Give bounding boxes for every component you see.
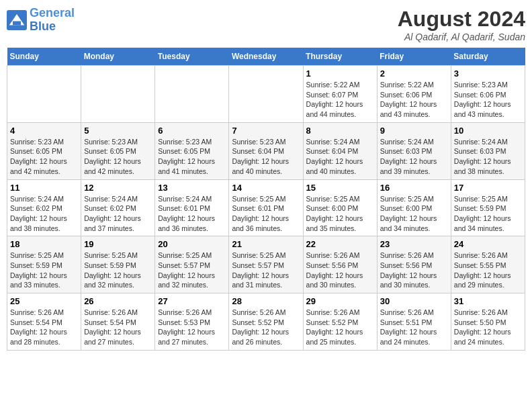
day-info: Sunrise: 5:26 AM Sunset: 5:54 PM Dayligh… [10,308,78,347]
day-info: Sunrise: 5:23 AM Sunset: 6:05 PM Dayligh… [10,137,78,177]
day-info: Sunrise: 5:25 AM Sunset: 6:00 PM Dayligh… [380,194,448,234]
calendar-cell: 2Sunrise: 5:22 AM Sunset: 6:06 PM Daylig… [377,66,451,123]
day-number: 8 [306,126,374,136]
calendar-cell: 8Sunrise: 5:24 AM Sunset: 6:04 PM Daylig… [303,122,377,179]
calendar-cell: 17Sunrise: 5:25 AM Sunset: 5:59 PM Dayli… [451,179,525,236]
calendar-cell: 3Sunrise: 5:23 AM Sunset: 6:06 PM Daylig… [451,66,525,123]
calendar-week-5: 25Sunrise: 5:26 AM Sunset: 5:54 PM Dayli… [7,293,525,351]
calendar-cell: 14Sunrise: 5:25 AM Sunset: 6:01 PM Dayli… [229,179,303,236]
calendar-cell: 30Sunrise: 5:26 AM Sunset: 5:51 PM Dayli… [377,293,451,351]
day-number: 21 [232,239,300,249]
calendar-cell: 22Sunrise: 5:26 AM Sunset: 5:56 PM Dayli… [303,236,377,293]
day-info: Sunrise: 5:24 AM Sunset: 6:04 PM Dayligh… [306,137,374,177]
calendar-cell [155,66,229,123]
calendar-cell: 6Sunrise: 5:23 AM Sunset: 6:05 PM Daylig… [155,122,229,179]
day-number: 4 [10,126,78,136]
calendar-cell: 18Sunrise: 5:25 AM Sunset: 5:59 PM Dayli… [7,236,81,293]
day-info: Sunrise: 5:25 AM Sunset: 5:59 PM Dayligh… [10,250,78,290]
day-info: Sunrise: 5:24 AM Sunset: 6:01 PM Dayligh… [158,194,226,234]
day-number: 19 [84,239,152,249]
svg-rect-2 [13,21,21,25]
day-info: Sunrise: 5:23 AM Sunset: 6:06 PM Dayligh… [454,80,522,120]
calendar-cell [229,66,303,123]
day-info: Sunrise: 5:23 AM Sunset: 6:05 PM Dayligh… [158,137,226,177]
day-number: 12 [84,183,152,193]
calendar-cell: 16Sunrise: 5:25 AM Sunset: 6:00 PM Dayli… [377,179,451,236]
day-info: Sunrise: 5:25 AM Sunset: 6:00 PM Dayligh… [306,194,374,234]
day-number: 20 [158,239,226,249]
calendar-cell: 9Sunrise: 5:24 AM Sunset: 6:03 PM Daylig… [377,122,451,179]
calendar-cell: 15Sunrise: 5:25 AM Sunset: 6:00 PM Dayli… [303,179,377,236]
col-header-friday: Friday [377,48,451,66]
day-info: Sunrise: 5:24 AM Sunset: 6:03 PM Dayligh… [380,137,448,177]
day-number: 30 [380,296,448,306]
day-number: 22 [306,239,374,249]
day-number: 11 [10,183,78,193]
day-info: Sunrise: 5:26 AM Sunset: 5:51 PM Dayligh… [380,308,448,347]
day-number: 16 [380,183,448,193]
calendar-cell: 13Sunrise: 5:24 AM Sunset: 6:01 PM Dayli… [155,179,229,236]
day-number: 25 [10,296,78,306]
day-number: 10 [454,126,522,136]
calendar-week-2: 4Sunrise: 5:23 AM Sunset: 6:05 PM Daylig… [7,122,525,179]
col-header-monday: Monday [81,48,155,66]
day-info: Sunrise: 5:26 AM Sunset: 5:56 PM Dayligh… [306,250,374,290]
calendar-cell: 4Sunrise: 5:23 AM Sunset: 6:05 PM Daylig… [7,122,81,179]
day-info: Sunrise: 5:26 AM Sunset: 5:54 PM Dayligh… [84,308,152,347]
day-number: 1 [306,68,374,79]
calendar-cell: 1Sunrise: 5:22 AM Sunset: 6:07 PM Daylig… [303,66,377,123]
calendar-week-3: 11Sunrise: 5:24 AM Sunset: 6:02 PM Dayli… [7,179,525,236]
day-number: 14 [232,183,300,193]
logo: General Blue [7,7,75,34]
day-info: Sunrise: 5:26 AM Sunset: 5:55 PM Dayligh… [454,250,522,290]
day-info: Sunrise: 5:25 AM Sunset: 5:59 PM Dayligh… [454,194,522,234]
day-number: 2 [380,68,448,79]
calendar-week-1: 1Sunrise: 5:22 AM Sunset: 6:07 PM Daylig… [7,66,525,123]
calendar-cell: 24Sunrise: 5:26 AM Sunset: 5:55 PM Dayli… [451,236,525,293]
day-number: 23 [380,239,448,249]
day-info: Sunrise: 5:22 AM Sunset: 6:07 PM Dayligh… [306,80,374,120]
day-number: 7 [232,126,300,136]
col-header-saturday: Saturday [451,48,525,66]
day-number: 17 [454,183,522,193]
day-info: Sunrise: 5:25 AM Sunset: 5:57 PM Dayligh… [158,250,226,290]
calendar-cell: 28Sunrise: 5:26 AM Sunset: 5:52 PM Dayli… [229,293,303,351]
calendar-cell: 31Sunrise: 5:26 AM Sunset: 5:50 PM Dayli… [451,293,525,351]
col-header-thursday: Thursday [303,48,377,66]
day-info: Sunrise: 5:23 AM Sunset: 6:05 PM Dayligh… [84,137,152,177]
day-info: Sunrise: 5:26 AM Sunset: 5:52 PM Dayligh… [306,308,374,347]
calendar-table: SundayMondayTuesdayWednesdayThursdayFrid… [7,48,525,351]
day-number: 29 [306,296,374,306]
day-number: 15 [306,183,374,193]
calendar-cell: 10Sunrise: 5:24 AM Sunset: 6:03 PM Dayli… [451,122,525,179]
col-header-sunday: Sunday [7,48,81,66]
header-row: SundayMondayTuesdayWednesdayThursdayFrid… [7,48,525,66]
day-info: Sunrise: 5:25 AM Sunset: 5:57 PM Dayligh… [232,250,300,290]
calendar-cell: 23Sunrise: 5:26 AM Sunset: 5:56 PM Dayli… [377,236,451,293]
day-info: Sunrise: 5:26 AM Sunset: 5:50 PM Dayligh… [454,308,522,347]
page-header: General Blue August 2024 Al Qadarif, Al … [7,7,525,42]
day-info: Sunrise: 5:26 AM Sunset: 5:53 PM Dayligh… [158,308,226,347]
logo-icon [7,10,27,30]
calendar-cell: 12Sunrise: 5:24 AM Sunset: 6:02 PM Dayli… [81,179,155,236]
col-header-tuesday: Tuesday [155,48,229,66]
day-number: 28 [232,296,300,306]
calendar-cell: 27Sunrise: 5:26 AM Sunset: 5:53 PM Dayli… [155,293,229,351]
day-info: Sunrise: 5:26 AM Sunset: 5:56 PM Dayligh… [380,250,448,290]
day-info: Sunrise: 5:24 AM Sunset: 6:03 PM Dayligh… [454,137,522,177]
day-info: Sunrise: 5:24 AM Sunset: 6:02 PM Dayligh… [10,194,78,234]
calendar-week-4: 18Sunrise: 5:25 AM Sunset: 5:59 PM Dayli… [7,236,525,293]
day-number: 13 [158,183,226,193]
location: Al Qadarif, Al Qadarif, Sudan [398,32,525,42]
calendar-cell: 21Sunrise: 5:25 AM Sunset: 5:57 PM Dayli… [229,236,303,293]
day-number: 24 [454,239,522,249]
day-info: Sunrise: 5:25 AM Sunset: 6:01 PM Dayligh… [232,194,300,234]
day-number: 18 [10,239,78,249]
day-info: Sunrise: 5:24 AM Sunset: 6:02 PM Dayligh… [84,194,152,234]
calendar-cell: 26Sunrise: 5:26 AM Sunset: 5:54 PM Dayli… [81,293,155,351]
month-title: August 2024 [398,7,525,32]
title-block: August 2024 Al Qadarif, Al Qadarif, Suda… [398,7,525,42]
col-header-wednesday: Wednesday [229,48,303,66]
day-info: Sunrise: 5:22 AM Sunset: 6:06 PM Dayligh… [380,80,448,120]
day-info: Sunrise: 5:26 AM Sunset: 5:52 PM Dayligh… [232,308,300,347]
